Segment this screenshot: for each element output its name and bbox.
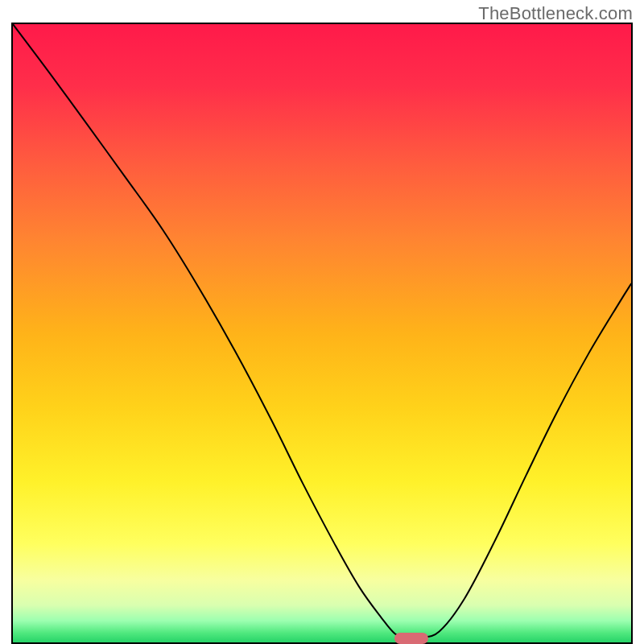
optimum-marker — [394, 633, 428, 644]
watermark-text: TheBottleneck.com — [478, 3, 633, 24]
bottleneck-curve — [13, 24, 631, 642]
plot-frame — [11, 23, 633, 644]
